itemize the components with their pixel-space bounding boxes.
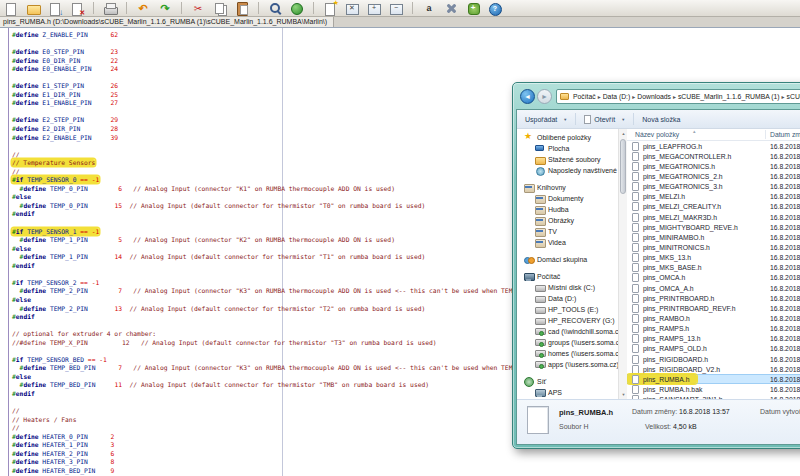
- sidebar-scrollbar[interactable]: ▲ ▼: [618, 129, 627, 399]
- code-line[interactable]: //#define TEMP_X_PIN 12 // Analog Input …: [12, 339, 596, 348]
- file-row[interactable]: pins_MEGATRONICS_3.h16.8.2018 13:57: [627, 182, 800, 192]
- file-row[interactable]: pins_PRINTRBOARD.h16.8.2018 13:57: [627, 293, 800, 303]
- sidebar-item-tv[interactable]: TV: [517, 226, 618, 237]
- code-line[interactable]: #define TEMP_0_PIN 15 // Analog Input (d…: [12, 202, 596, 211]
- tile-windows-icon[interactable]: +: [365, 1, 383, 16]
- sidebar-item-sta-en-soubory[interactable]: Stažené soubory: [517, 154, 618, 165]
- code-line[interactable]: #define TEMP_0_PIN 6 // Analog Input (co…: [12, 185, 596, 194]
- file-row[interactable]: pins_MKS_BASE.h16.8.2018 13:57: [627, 263, 800, 273]
- forward-button[interactable]: ►: [537, 89, 552, 104]
- new-folder-button[interactable]: Nová složka: [634, 110, 688, 128]
- code-line[interactable]: #endif: [12, 313, 596, 322]
- code-line[interactable]: #if TEMP_SENSOR_BED == -1: [12, 356, 596, 365]
- settings-tools-icon[interactable]: [442, 1, 460, 16]
- file-row[interactable]: pins_MEGACONTROLLER.h16.8.2018 13:57: [627, 151, 800, 161]
- sidebar-item-videa[interactable]: Videa: [517, 237, 618, 248]
- sidebar-item-homes-users-soma-cz[interactable]: homes (\\users.soma.cz): [517, 348, 618, 359]
- breadcrumb-segment[interactable]: Počítač: [571, 93, 598, 100]
- open-button[interactable]: Otevřít: [576, 110, 633, 128]
- paste-icon[interactable]: [233, 1, 251, 16]
- breadcrumb-segment[interactable]: sCUBE_Marlin_1.1.6_RUMBA (1): [676, 93, 782, 100]
- code-line[interactable]: #else: [12, 193, 596, 202]
- code-line[interactable]: [12, 399, 596, 408]
- breadcrumb[interactable]: Počítač▸Data (D:)▸Downloads▸sCUBE_Marlin…: [556, 89, 800, 104]
- sidebar-item-po-ta[interactable]: Počítač: [517, 271, 618, 282]
- plugins-icon[interactable]: +: [464, 1, 482, 16]
- sidebar-item-m-stn-disk-c[interactable]: Místní disk (C:): [517, 282, 618, 293]
- file-row[interactable]: pins_RUMBA.h16.8.2018 13:57: [627, 374, 800, 384]
- cascade-windows-icon[interactable]: −: [387, 1, 405, 16]
- sidebar-item-data-d[interactable]: Data (D:): [517, 293, 618, 304]
- sidebar-item-cad-windchill-soma-cz[interactable]: cad (\\windchill.soma.cz): [517, 326, 618, 337]
- file-row[interactable]: pins_MINITRONICS.h16.8.2018 13:57: [627, 242, 800, 252]
- code-line[interactable]: #endif: [12, 210, 596, 219]
- code-line[interactable]: [12, 74, 596, 83]
- breadcrumb-segment[interactable]: Downloads: [635, 93, 673, 100]
- code-line[interactable]: #define E1_STEP_PIN 26: [12, 82, 596, 91]
- code-line[interactable]: #if TEMP_SENSOR_0 == -1: [12, 176, 596, 185]
- sidebar-item-obl-ben-polo-ky[interactable]: Oblíbené položky: [517, 132, 618, 143]
- code-line[interactable]: [12, 142, 596, 151]
- file-row[interactable]: pins_PRINTRBOARD_REVF.h16.8.2018 13:57: [627, 303, 800, 313]
- sidebar-item-dom-c-skupina[interactable]: Domácí skupina: [517, 254, 618, 265]
- code-line[interactable]: // Heaters / Fans: [12, 416, 596, 425]
- file-row[interactable]: pins_RAMPS.h16.8.2018 13:57: [627, 324, 800, 334]
- code-line[interactable]: #define E2_ENABLE_PIN 39: [12, 134, 596, 143]
- breadcrumb-segment[interactable]: sCUBE_M: [785, 93, 800, 100]
- code-line[interactable]: #define E1_ENABLE_PIN 27: [12, 99, 596, 108]
- code-line[interactable]: #else: [12, 245, 596, 254]
- organize-button[interactable]: Uspořádat: [517, 110, 575, 128]
- code-line[interactable]: #define HEATER_3_PIN 8: [12, 458, 596, 467]
- file-row[interactable]: pins_MELZI_MAKR3D.h16.8.2018 13:57: [627, 212, 800, 222]
- code-line[interactable]: #if TEMP_SENSOR_2 == -1: [12, 279, 596, 288]
- code-line[interactable]: #if TEMP_SENSOR_1 == -1: [12, 228, 596, 237]
- file-row[interactable]: pins_MELZI_CREALITY.h16.8.2018 13:57: [627, 202, 800, 212]
- code-line[interactable]: #define E0_STEP_PIN 23: [12, 48, 596, 57]
- code-line[interactable]: [12, 40, 596, 49]
- file-row[interactable]: pins_RIGIDBOARD_V2.h16.8.2018 13:52: [627, 364, 800, 374]
- sidebar-item-dokumenty[interactable]: Dokumenty: [517, 193, 618, 204]
- code-line[interactable]: #define TEMP_2_PIN 7 // Analog Input (co…: [12, 287, 596, 296]
- sidebar-item-naposledy-nav-t-ven[interactable]: Naposledy navštívené: [517, 165, 618, 176]
- file-row[interactable]: pins_MKS_13.h16.8.2018 13:57: [627, 253, 800, 263]
- code-line[interactable]: #define TEMP_BED_PIN 7 // Analog Input (…: [12, 364, 596, 373]
- print-icon[interactable]: [101, 1, 119, 16]
- file-row[interactable]: pins_LEAPFROG.h16.8.2018 13:57: [627, 141, 800, 151]
- code-line[interactable]: #define Z_ENABLE_PIN 62: [12, 31, 596, 40]
- code-line[interactable]: #else: [12, 373, 596, 382]
- close-file-icon[interactable]: ✕: [68, 1, 86, 16]
- code-line[interactable]: //: [12, 168, 596, 177]
- code-line[interactable]: #define TEMP_1_PIN 5 // Analog Input (co…: [12, 236, 596, 245]
- code-line[interactable]: #define E2_DIR_PIN 28: [12, 125, 596, 134]
- code-line[interactable]: #define E2_STEP_PIN 29: [12, 116, 596, 125]
- sidebar-item-hp-tools-e[interactable]: HP_TOOLS (E:): [517, 304, 618, 315]
- file-row[interactable]: pins_MINIRAMBO.h16.8.2018 13:57: [627, 232, 800, 242]
- file-row[interactable]: pins_MEGATRONICS.h16.8.2018 13:57: [627, 161, 800, 171]
- code-line[interactable]: [12, 108, 596, 117]
- file-row[interactable]: pins_RUMBA.h.bak16.8.2018 13:52: [627, 384, 800, 394]
- save-file-icon[interactable]: ↓: [46, 1, 64, 16]
- code-line[interactable]: #define TEMP_1_PIN 14 // Analog Input (d…: [12, 253, 596, 262]
- file-row[interactable]: pins_RAMPS_13.h16.8.2018 13:57: [627, 334, 800, 344]
- code-line[interactable]: // optional for extruder 4 or chamber:: [12, 330, 596, 339]
- column-header-name[interactable]: Název položky: [635, 131, 679, 138]
- code-line[interactable]: #define E0_DIR_PIN 22: [12, 57, 596, 66]
- find-icon[interactable]: [266, 1, 284, 16]
- file-row[interactable]: pins_RIGIDBOARD.h16.8.2018 13:57: [627, 354, 800, 364]
- file-row[interactable]: pins_OMCA.h16.8.2018 13:52: [627, 273, 800, 283]
- file-row[interactable]: pins_OMCA_A.h16.8.2018 13:52: [627, 283, 800, 293]
- copy-icon[interactable]: [211, 1, 229, 16]
- sidebar-item-hudba[interactable]: Hudba: [517, 204, 618, 215]
- sidebar-item-apps-users-soma-cz-z[interactable]: apps (\\users.soma.cz) (Z: [517, 359, 618, 370]
- code-line[interactable]: #define TEMP_2_PIN 13 // Analog Input (d…: [12, 305, 596, 314]
- code-line[interactable]: #else: [12, 296, 596, 305]
- code-line[interactable]: #define HEATER_BED_PIN 9: [12, 467, 596, 476]
- file-row[interactable]: pins_RAMBO.h16.8.2018 13:57: [627, 313, 800, 323]
- code-line[interactable]: #endif: [12, 390, 596, 399]
- find-in-files-icon[interactable]: [288, 1, 306, 16]
- editor-file-tab[interactable]: pins_RUMBA.h (D:\Downloads\sCUBE_Marlin_…: [0, 17, 334, 27]
- code-line[interactable]: //: [12, 151, 596, 160]
- open-file-icon[interactable]: [24, 1, 42, 16]
- code-line[interactable]: // Temperature Sensors: [12, 159, 596, 168]
- code-line[interactable]: [12, 219, 596, 228]
